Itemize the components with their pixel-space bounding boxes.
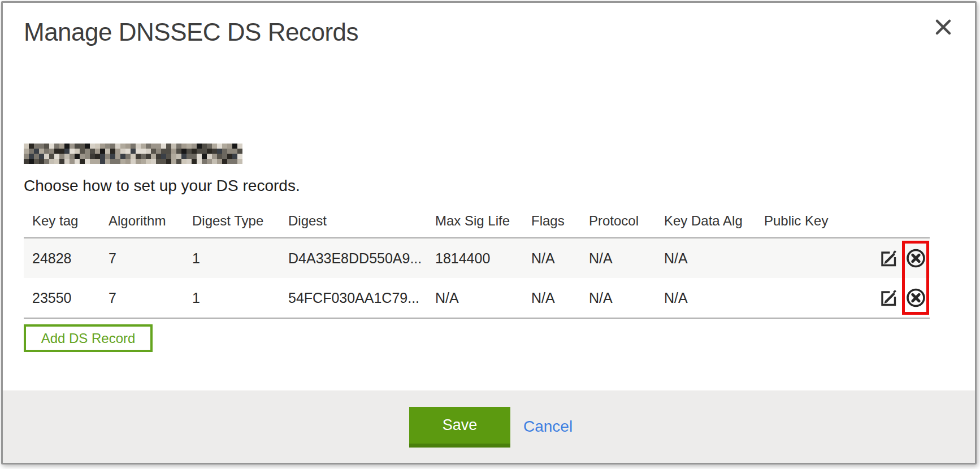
cell-digest: 54FCF030AA1C79... <box>288 290 435 306</box>
table-header-row: Key tagAlgorithmDigest TypeDigestMax Sig… <box>24 205 930 237</box>
cell-key-data-alg: N/A <box>664 250 764 267</box>
cell-key-data-alg: N/A <box>664 290 764 306</box>
cell-flags: N/A <box>531 290 589 306</box>
cell-max-sig-life: 1814400 <box>435 250 531 267</box>
manage-dnssec-dialog: Manage DNSSEC DS Records Choose how to s… <box>1 1 977 464</box>
table-body: 2482871D4A33E8DD550A9...1814400N/AN/AN/A… <box>24 237 930 319</box>
cell-digest: D4A33E8DD550A9... <box>288 250 435 267</box>
column-header-algorithm: Algorithm <box>109 213 192 229</box>
cell-digest-type: 1 <box>192 250 288 267</box>
dialog-footer: Save Cancel <box>3 390 975 463</box>
delete-icon[interactable] <box>905 287 926 309</box>
cell-key-tag: 23550 <box>32 290 109 306</box>
page-title: Manage DNSSEC DS Records <box>24 19 358 46</box>
close-icon <box>935 19 952 37</box>
cell-digest-type: 1 <box>192 290 288 306</box>
row-actions <box>874 278 930 318</box>
column-header-key-tag: Key tag <box>32 213 109 229</box>
column-header-max-sig-life: Max Sig Life <box>435 213 531 229</box>
column-header-digest: Digest <box>288 213 435 229</box>
column-header-key-data-alg: Key Data Alg <box>664 213 764 229</box>
column-header-public-key: Public Key <box>764 213 874 229</box>
column-header-flags: Flags <box>531 213 589 229</box>
column-header-digest-type: Digest Type <box>192 213 288 229</box>
table-row: 235507154FCF030AA1C79...N/AN/AN/AN/A <box>24 278 930 318</box>
subtitle: Choose how to set up your DS records. <box>24 177 300 195</box>
save-button[interactable]: Save <box>409 407 510 448</box>
edit-icon[interactable] <box>879 288 899 307</box>
cell-key-tag: 24828 <box>32 250 109 267</box>
add-ds-record-button[interactable]: Add DS Record <box>24 324 153 352</box>
cell-protocol: N/A <box>589 290 664 306</box>
cell-algorithm: 7 <box>109 290 192 306</box>
ds-records-table: Key tagAlgorithmDigest TypeDigestMax Sig… <box>24 205 930 319</box>
cell-protocol: N/A <box>589 250 664 267</box>
edit-icon[interactable] <box>879 249 899 268</box>
cell-max-sig-life: N/A <box>435 290 531 306</box>
column-header-protocol: Protocol <box>589 213 664 229</box>
redacted-domain-name <box>24 144 242 164</box>
cell-flags: N/A <box>531 250 589 267</box>
cancel-link[interactable]: Cancel <box>523 407 573 448</box>
table-row: 2482871D4A33E8DD550A9...1814400N/AN/AN/A <box>24 238 930 278</box>
close-button[interactable] <box>931 15 956 40</box>
delete-icon[interactable] <box>905 247 926 269</box>
row-actions <box>874 238 930 278</box>
cell-algorithm: 7 <box>109 250 192 267</box>
